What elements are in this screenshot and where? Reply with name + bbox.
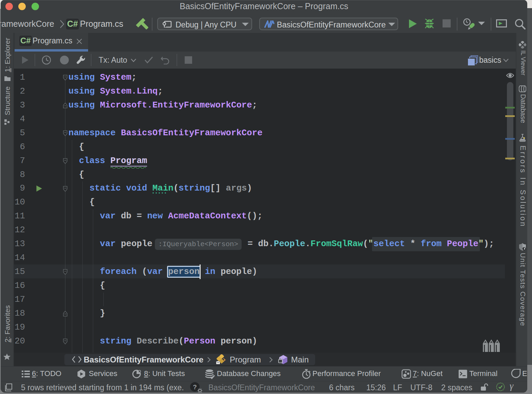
svg-text:?: ?	[193, 383, 197, 391]
